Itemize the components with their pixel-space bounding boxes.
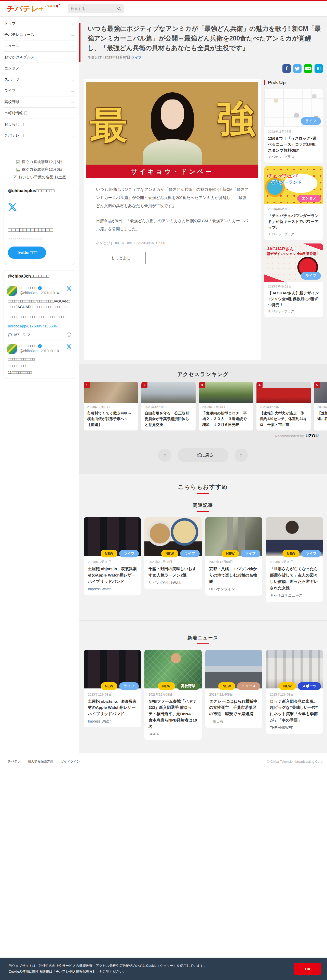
x-logo-icon[interactable] xyxy=(67,286,72,291)
card-date: 2023年12月08日 xyxy=(209,692,258,697)
chevron-right-icon: → xyxy=(70,100,74,104)
sidebar-item-life[interactable]: ライフ→ xyxy=(4,85,77,96)
pager-next-button[interactable]: □ xyxy=(234,449,248,462)
category-badge: ライフ xyxy=(119,682,139,690)
sidebar-item-odekake-gourmet[interactable]: おでかけ＆グルメ→ xyxy=(4,52,77,63)
recommend-section: こちらもおすすめ 関連記事 NEWライフ 2023年12月08日 土屋鞄 obj… xyxy=(79,474,327,740)
related-card[interactable]: NEWライフ 2023年12月08日 千葉・野田の美味しいおすすめ人気ラーメン2… xyxy=(144,517,201,589)
tweet-text: □□□□□□□□□□□□□□□□□□□□□□□□□□□ xyxy=(8,315,71,320)
card-source: THE ANSWER xyxy=(270,725,319,730)
footer-link-chibatele[interactable]: チバテレ xyxy=(8,759,21,764)
tweet-text: □□□□□□□□□□□□ xyxy=(8,357,71,362)
ranking-card[interactable]: 4 2023年12月07日 【速報】大型犬が逃走 体長約120センチ、体重約24… xyxy=(257,382,311,431)
cookie-ok-button[interactable]: OK xyxy=(294,963,321,975)
card-date: 2023年12月08日 xyxy=(88,692,137,697)
like-icon[interactable]: ♡ xyxy=(23,332,27,337)
sidebar-item-news[interactable]: ニュース→ xyxy=(4,40,77,52)
pickup-card[interactable]: チュバチュバ ワンダーランド エンタメ 2023年06月08日 「チュバチュバワ… xyxy=(264,166,323,240)
hatena-share-button[interactable]: B! xyxy=(314,64,323,73)
category-badge: エンタメ xyxy=(297,195,321,202)
news-card[interactable]: NEW高校野球 2023年12月08日 NPBファーム参戦「ハヤテ223」新入団… xyxy=(144,650,201,740)
sidebar-item-chibatele[interactable]: チバテレ→ xyxy=(4,130,77,141)
card-source: キャリコネニュース xyxy=(270,593,319,598)
tweet-link[interactable]: nordot.app/81768057155506… xyxy=(8,324,71,328)
sidebar-item-municipality-info[interactable]: 市町村情報→ xyxy=(4,108,77,119)
sidebar-item-sports[interactable]: スポーツ→ xyxy=(4,74,77,85)
news-card[interactable]: NEWライフ 2023年12月08日 土屋鞄 objcts.io、表裏異素材のA… xyxy=(84,650,141,727)
card-source: リビングかしわWeb xyxy=(148,581,197,585)
related-card[interactable]: NEWライフ 2023年12月08日 「旦那さんが亡くなったら部屋を貸して」友人… xyxy=(266,517,323,602)
cookie-privacy-link[interactable]: 「チバテレ個人情報保護方針」 xyxy=(53,970,99,974)
card-date: 2023年12月08日 xyxy=(270,560,319,564)
tweet-meta: @chiba3ch · 2021□10□4□ xyxy=(20,291,64,295)
twitter-widget-heading: □□□□□□□□□□□□ xyxy=(8,226,71,233)
footer-link-guideline[interactable]: ガイドライン xyxy=(61,759,80,764)
read-more-button[interactable]: もっとよむ xyxy=(96,252,146,264)
banner-link[interactable]: 稼ぐ力養成講座12月6日 xyxy=(0,159,79,164)
banner-link[interactable]: おいしい千葉の名品,お土産 xyxy=(0,175,79,180)
tweet[interactable]: □□□□□□□□✓ @chiba3ch · 2019□9□10□ □□□□□□□… xyxy=(4,340,75,378)
rank-number-badge: 4 xyxy=(257,382,263,388)
avatar xyxy=(7,344,17,354)
sidebar-item-oshirase[interactable]: おしらせ→ xyxy=(4,119,77,130)
related-card[interactable]: NEWライフ 2023年12月08日 土屋鞄 objcts.io、表裏異素材のA… xyxy=(84,517,141,595)
sidebar-item-entame[interactable]: エンタメ→ xyxy=(4,63,77,74)
related-card[interactable]: NEWライフ 2023年12月08日 京都・八幡、エジソンゆかりの地で楽しむ老舗… xyxy=(205,517,262,595)
chevron-right-icon: → xyxy=(70,111,74,115)
pickup-card[interactable]: ライフ 2023年11月07日 12/6まで！「うさロック×選べるニュース」コラ… xyxy=(264,89,323,163)
ranking-date: 2023年12月07日 xyxy=(260,405,307,409)
search-input[interactable] xyxy=(71,6,117,11)
new-badge: NEW xyxy=(158,682,175,690)
cookie-consent-bar: 当ウェブサイトは、利便性の向上やサービスの機能改善、アクセス分析や広告配信のため… xyxy=(0,958,327,980)
twitter-view-button[interactable]: Twitter□□□ xyxy=(8,247,46,259)
ranking-date: 2023年12月01日 xyxy=(87,405,135,409)
tweet-author: □□□□□□□□✓ @chiba3ch · 2019□9□10□ xyxy=(20,344,64,354)
tweet[interactable]: □□□□□□□□✓ @chiba3ch · 2021□10□4□ □□□□"□□… xyxy=(4,282,75,340)
broken-image-icon xyxy=(16,168,21,172)
ranking-image-fire-truck xyxy=(257,382,311,403)
article-paragraph: 日清食品が6日、「最強どん兵衛」のアンミカさん出演の新CM「最強アンミカーニバル… xyxy=(96,217,249,233)
new-badge: NEW xyxy=(161,550,178,557)
related-image-apple-watch: NEWライフ xyxy=(84,517,141,556)
banner-link[interactable]: 稼ぐ力養成講座12月6日 xyxy=(0,167,79,172)
byline-date: 2023年12月07日 xyxy=(105,56,131,59)
reply-icon[interactable] xyxy=(8,333,12,337)
sidebar-item-chibatele-news[interactable]: チバテレニュース→ xyxy=(4,29,77,40)
reply-count: 167 xyxy=(13,333,19,337)
info-icon[interactable]: i xyxy=(67,332,71,337)
like-count: 2□ xyxy=(28,333,32,337)
pager-prev-button[interactable]: □ xyxy=(158,449,171,462)
ranking-card[interactable]: 2 2023年12月06日 自由市場を守る 公正取引委員会が千葉県経済団体らと意… xyxy=(141,382,196,431)
news-card[interactable]: NEWニュース 2023年12月08日 タクシーにはねられ横断中の女性死亡 千葉… xyxy=(205,650,262,728)
uzou-logo[interactable]: UZOU xyxy=(306,434,319,439)
x-logo-icon[interactable] xyxy=(67,344,72,349)
facebook-share-button[interactable]: f xyxy=(282,64,291,73)
twitter-share-button[interactable] xyxy=(293,64,301,73)
sidebar-item-highschool-baseball[interactable]: 高校野球→ xyxy=(4,96,77,108)
twitter-widget-chiba3ch: @chiba3ch□□□□□□□ □□□□□□□□✓ @chiba3ch · 2… xyxy=(3,270,75,379)
red-underline xyxy=(197,511,209,512)
ranking-date: 2023年12月06日 xyxy=(202,405,250,409)
footer-link-privacy[interactable]: 個人情報保護方針 xyxy=(28,759,53,764)
new-badge: NEW xyxy=(282,550,300,557)
ranking-image-horse-walk xyxy=(84,382,138,403)
main-content: いつも最強にポジティブなアンミカが「最強どん兵衛」の魅力を歌う! 新CM「最強ア… xyxy=(79,16,327,753)
byline-category-link[interactable]: ライフ xyxy=(131,56,142,59)
site-logo[interactable]: チバテレ+ プラス ⊘ ♥♥ xyxy=(6,3,60,14)
ranking-card[interactable]: 5 2023年12月06日 【速報】千葉…社の職員を逮…詐取容疑、工… xyxy=(314,382,327,431)
twitter-widget-title: @chiba3ch□□□□□□□ xyxy=(4,270,75,282)
search-icon[interactable] xyxy=(117,6,121,11)
new-badge: NEW xyxy=(279,682,296,690)
sidebar-item-top[interactable]: トップ→ xyxy=(4,18,77,29)
tweet-author: □□□□□□□□✓ @chiba3ch · 2021□10□4□ xyxy=(20,286,64,296)
related-image-stone-monument: NEWライフ xyxy=(205,517,262,556)
ranking-card[interactable]: 3 2023年12月06日 千葉県内の新型コロナ 平均２．３０人 ３週連続で増加… xyxy=(199,382,253,431)
line-share-button[interactable]: LINE xyxy=(304,64,312,73)
red-accent-bar xyxy=(264,80,265,85)
ranking-card[interactable]: 1 2023年12月01日 市町村てくてく散歩#99 ～横山由依が我孫子市へ～【… xyxy=(84,382,138,431)
card-title: 京都・八幡、エジソンゆかりの地で楽しむ老舗の名物餅 xyxy=(209,566,258,585)
back-to-list-button[interactable]: 一覧に戻る xyxy=(177,448,228,462)
news-image-apple-watch: NEWライフ xyxy=(84,650,141,689)
news-card[interactable]: NEWスポーツ 2023年12月08日 ロッテ新入団会見に出現、超ビッグな“美味… xyxy=(266,650,323,734)
pickup-card[interactable]: JAGUARさん 新デザインTシャツ 全8種 新登場！ ライフ 2023年04月… xyxy=(264,243,323,318)
